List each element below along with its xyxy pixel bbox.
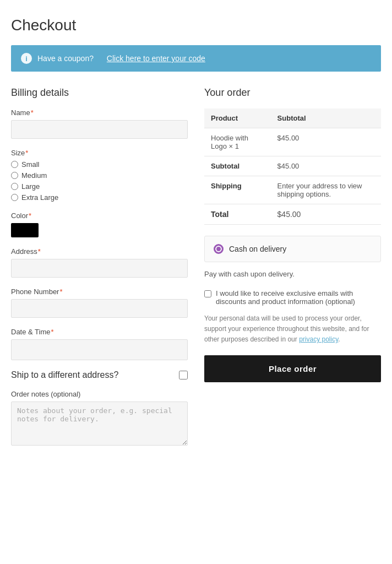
- size-required: *: [25, 149, 28, 157]
- subtotal-label: Subtotal: [204, 156, 271, 176]
- name-label: Name*: [11, 109, 188, 117]
- name-input[interactable]: [11, 120, 188, 139]
- payment-label: Cash on delivery: [229, 245, 286, 253]
- phone-label: Phone Number*: [11, 288, 188, 296]
- item-name: Hoodie with Logo × 1: [204, 128, 271, 156]
- billing-section: Billing details Name* Size* Small Medium: [11, 87, 188, 457]
- phone-required: *: [59, 288, 62, 296]
- ship-different-group: Ship to a different address?: [11, 370, 188, 380]
- address-field-group: Address*: [11, 247, 188, 278]
- size-small[interactable]: Small: [11, 160, 188, 169]
- coupon-banner: i Have a coupon? Click here to enter you…: [11, 45, 381, 72]
- item-price: $45.00: [271, 128, 381, 156]
- email-optin-text: I would like to receive exclusive emails…: [216, 289, 381, 306]
- payment-section: Cash on delivery: [204, 236, 381, 262]
- size-large[interactable]: Large: [11, 182, 188, 191]
- page-title: Checkout: [11, 17, 381, 34]
- payment-description: Pay with cash upon delivery.: [204, 270, 381, 278]
- size-radio-group: Small Medium Large Extra Large: [11, 160, 188, 202]
- phone-input[interactable]: [11, 299, 188, 318]
- size-large-radio[interactable]: [11, 183, 18, 190]
- privacy-note: Your personal data will be used to proce…: [204, 313, 381, 345]
- main-layout: Billing details Name* Size* Small Medium: [11, 87, 381, 457]
- shipping-row: Shipping Enter your address to view ship…: [204, 176, 381, 204]
- address-required: *: [38, 247, 41, 256]
- billing-title: Billing details: [11, 87, 188, 99]
- subtotal-value: $45.00: [271, 156, 381, 176]
- datetime-required: *: [51, 328, 54, 336]
- size-small-radio[interactable]: [11, 161, 18, 168]
- total-label: Total: [204, 204, 271, 225]
- size-medium-radio[interactable]: [11, 172, 18, 179]
- coupon-text: Have a coupon?: [37, 54, 94, 63]
- payment-option: Cash on delivery: [214, 244, 372, 254]
- col-product-header: Product: [204, 109, 271, 128]
- email-optin-group: I would like to receive exclusive emails…: [204, 289, 381, 306]
- name-required: *: [31, 109, 34, 117]
- ship-label: Ship to a different address?: [11, 370, 118, 380]
- ship-header: Ship to a different address?: [11, 370, 188, 380]
- size-field-group: Size* Small Medium Large Extra Large: [11, 149, 188, 202]
- datetime-input[interactable]: [11, 339, 188, 360]
- total-value: $45.00: [271, 204, 381, 225]
- cash-delivery-radio[interactable]: [214, 244, 224, 254]
- info-icon: i: [21, 53, 32, 64]
- size-extra-large[interactable]: Extra Large: [11, 193, 188, 202]
- place-order-button[interactable]: Place order: [204, 355, 381, 382]
- order-table: Product Subtotal Hoodie with Logo × 1 $4…: [204, 109, 381, 225]
- datetime-label: Date & Time*: [11, 328, 188, 336]
- subtotal-row: Subtotal $45.00: [204, 156, 381, 176]
- order-notes-label: Order notes (optional): [11, 390, 188, 398]
- color-label: Color*: [11, 212, 188, 220]
- address-label: Address*: [11, 247, 188, 256]
- name-field-group: Name*: [11, 109, 188, 139]
- size-medium[interactable]: Medium: [11, 171, 188, 180]
- coupon-link[interactable]: Click here to enter your code: [107, 54, 205, 63]
- privacy-policy-link[interactable]: privacy policy: [299, 335, 338, 343]
- address-input[interactable]: [11, 259, 188, 278]
- order-title: Your order: [204, 87, 381, 99]
- table-row: Hoodie with Logo × 1 $45.00: [204, 128, 381, 156]
- total-row: Total $45.00: [204, 204, 381, 225]
- color-swatch[interactable]: [11, 223, 39, 237]
- shipping-label: Shipping: [204, 176, 271, 204]
- color-required: *: [29, 212, 31, 220]
- size-label: Size*: [11, 149, 188, 157]
- datetime-field-group: Date & Time*: [11, 328, 188, 360]
- order-notes-textarea[interactable]: [11, 402, 188, 446]
- color-field-group: Color*: [11, 212, 188, 237]
- size-xl-radio[interactable]: [11, 194, 18, 201]
- col-subtotal-header: Subtotal: [271, 109, 381, 128]
- order-notes-group: Order notes (optional): [11, 390, 188, 447]
- email-optin-checkbox[interactable]: [204, 290, 211, 297]
- shipping-value: Enter your address to view shipping opti…: [271, 176, 381, 204]
- order-section: Your order Product Subtotal Hoodie with …: [204, 87, 381, 457]
- ship-different-checkbox[interactable]: [179, 371, 188, 379]
- phone-field-group: Phone Number*: [11, 288, 188, 318]
